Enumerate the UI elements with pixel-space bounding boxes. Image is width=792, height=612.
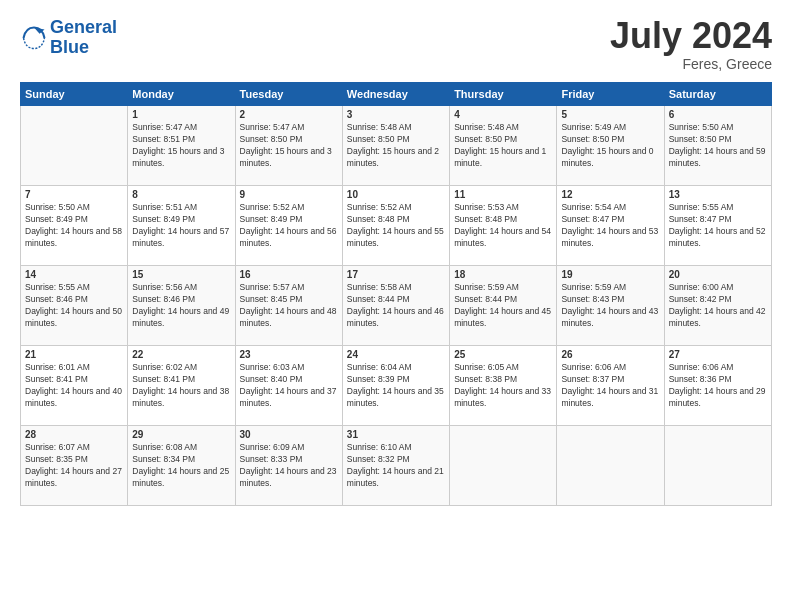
weekday-header-cell: Thursday xyxy=(450,83,557,106)
calendar-day-cell: 19 Sunrise: 5:59 AM Sunset: 8:43 PM Dayl… xyxy=(557,266,664,346)
day-number: 11 xyxy=(454,189,552,200)
calendar-day-cell xyxy=(557,426,664,506)
calendar-day-cell: 24 Sunrise: 6:04 AM Sunset: 8:39 PM Dayl… xyxy=(342,346,449,426)
calendar-day-cell: 5 Sunrise: 5:49 AM Sunset: 8:50 PM Dayli… xyxy=(557,106,664,186)
title-block: July 2024 Feres, Greece xyxy=(610,18,772,72)
day-number: 25 xyxy=(454,349,552,360)
weekday-header-cell: Tuesday xyxy=(235,83,342,106)
day-info: Sunrise: 6:09 AM Sunset: 8:33 PM Dayligh… xyxy=(240,442,338,490)
day-info: Sunrise: 5:51 AM Sunset: 8:49 PM Dayligh… xyxy=(132,202,230,250)
day-number: 31 xyxy=(347,429,445,440)
day-info: Sunrise: 5:50 AM Sunset: 8:49 PM Dayligh… xyxy=(25,202,123,250)
day-info: Sunrise: 5:50 AM Sunset: 8:50 PM Dayligh… xyxy=(669,122,767,170)
calendar-day-cell: 22 Sunrise: 6:02 AM Sunset: 8:41 PM Dayl… xyxy=(128,346,235,426)
day-number: 3 xyxy=(347,109,445,120)
calendar-day-cell: 27 Sunrise: 6:06 AM Sunset: 8:36 PM Dayl… xyxy=(664,346,771,426)
logo-icon xyxy=(20,24,48,52)
calendar-day-cell xyxy=(450,426,557,506)
day-info: Sunrise: 5:55 AM Sunset: 8:46 PM Dayligh… xyxy=(25,282,123,330)
day-number: 22 xyxy=(132,349,230,360)
calendar-week-row: 14 Sunrise: 5:55 AM Sunset: 8:46 PM Dayl… xyxy=(21,266,772,346)
day-info: Sunrise: 6:03 AM Sunset: 8:40 PM Dayligh… xyxy=(240,362,338,410)
day-info: Sunrise: 5:59 AM Sunset: 8:43 PM Dayligh… xyxy=(561,282,659,330)
day-info: Sunrise: 5:55 AM Sunset: 8:47 PM Dayligh… xyxy=(669,202,767,250)
day-number: 6 xyxy=(669,109,767,120)
day-number: 18 xyxy=(454,269,552,280)
calendar-day-cell: 14 Sunrise: 5:55 AM Sunset: 8:46 PM Dayl… xyxy=(21,266,128,346)
day-info: Sunrise: 6:08 AM Sunset: 8:34 PM Dayligh… xyxy=(132,442,230,490)
calendar-week-row: 7 Sunrise: 5:50 AM Sunset: 8:49 PM Dayli… xyxy=(21,186,772,266)
calendar-day-cell: 1 Sunrise: 5:47 AM Sunset: 8:51 PM Dayli… xyxy=(128,106,235,186)
calendar-day-cell: 8 Sunrise: 5:51 AM Sunset: 8:49 PM Dayli… xyxy=(128,186,235,266)
day-info: Sunrise: 5:53 AM Sunset: 8:48 PM Dayligh… xyxy=(454,202,552,250)
calendar-day-cell: 25 Sunrise: 6:05 AM Sunset: 8:38 PM Dayl… xyxy=(450,346,557,426)
day-number: 20 xyxy=(669,269,767,280)
calendar-day-cell: 30 Sunrise: 6:09 AM Sunset: 8:33 PM Dayl… xyxy=(235,426,342,506)
day-number: 30 xyxy=(240,429,338,440)
calendar-week-row: 28 Sunrise: 6:07 AM Sunset: 8:35 PM Dayl… xyxy=(21,426,772,506)
day-number: 29 xyxy=(132,429,230,440)
calendar-day-cell: 29 Sunrise: 6:08 AM Sunset: 8:34 PM Dayl… xyxy=(128,426,235,506)
calendar-day-cell: 18 Sunrise: 5:59 AM Sunset: 8:44 PM Dayl… xyxy=(450,266,557,346)
calendar-day-cell: 11 Sunrise: 5:53 AM Sunset: 8:48 PM Dayl… xyxy=(450,186,557,266)
day-info: Sunrise: 6:07 AM Sunset: 8:35 PM Dayligh… xyxy=(25,442,123,490)
calendar-day-cell: 9 Sunrise: 5:52 AM Sunset: 8:49 PM Dayli… xyxy=(235,186,342,266)
weekday-header-cell: Friday xyxy=(557,83,664,106)
calendar-day-cell: 13 Sunrise: 5:55 AM Sunset: 8:47 PM Dayl… xyxy=(664,186,771,266)
day-info: Sunrise: 5:57 AM Sunset: 8:45 PM Dayligh… xyxy=(240,282,338,330)
day-number: 4 xyxy=(454,109,552,120)
calendar-day-cell xyxy=(21,106,128,186)
day-info: Sunrise: 6:10 AM Sunset: 8:32 PM Dayligh… xyxy=(347,442,445,490)
day-info: Sunrise: 6:06 AM Sunset: 8:37 PM Dayligh… xyxy=(561,362,659,410)
day-info: Sunrise: 5:48 AM Sunset: 8:50 PM Dayligh… xyxy=(347,122,445,170)
calendar-table: SundayMondayTuesdayWednesdayThursdayFrid… xyxy=(20,82,772,506)
day-number: 12 xyxy=(561,189,659,200)
day-number: 17 xyxy=(347,269,445,280)
day-info: Sunrise: 5:48 AM Sunset: 8:50 PM Dayligh… xyxy=(454,122,552,170)
calendar-day-cell: 16 Sunrise: 5:57 AM Sunset: 8:45 PM Dayl… xyxy=(235,266,342,346)
calendar-day-cell: 21 Sunrise: 6:01 AM Sunset: 8:41 PM Dayl… xyxy=(21,346,128,426)
calendar-day-cell: 6 Sunrise: 5:50 AM Sunset: 8:50 PM Dayli… xyxy=(664,106,771,186)
calendar-day-cell: 2 Sunrise: 5:47 AM Sunset: 8:50 PM Dayli… xyxy=(235,106,342,186)
day-info: Sunrise: 6:00 AM Sunset: 8:42 PM Dayligh… xyxy=(669,282,767,330)
calendar-day-cell: 31 Sunrise: 6:10 AM Sunset: 8:32 PM Dayl… xyxy=(342,426,449,506)
calendar-day-cell: 10 Sunrise: 5:52 AM Sunset: 8:48 PM Dayl… xyxy=(342,186,449,266)
day-info: Sunrise: 5:49 AM Sunset: 8:50 PM Dayligh… xyxy=(561,122,659,170)
calendar-day-cell: 20 Sunrise: 6:00 AM Sunset: 8:42 PM Dayl… xyxy=(664,266,771,346)
day-number: 5 xyxy=(561,109,659,120)
day-info: Sunrise: 5:52 AM Sunset: 8:49 PM Dayligh… xyxy=(240,202,338,250)
day-number: 13 xyxy=(669,189,767,200)
weekday-header-row: SundayMondayTuesdayWednesdayThursdayFrid… xyxy=(21,83,772,106)
weekday-header-cell: Wednesday xyxy=(342,83,449,106)
day-number: 21 xyxy=(25,349,123,360)
day-number: 14 xyxy=(25,269,123,280)
day-number: 26 xyxy=(561,349,659,360)
day-info: Sunrise: 5:58 AM Sunset: 8:44 PM Dayligh… xyxy=(347,282,445,330)
calendar-day-cell xyxy=(664,426,771,506)
location: Feres, Greece xyxy=(610,56,772,72)
calendar-day-cell: 26 Sunrise: 6:06 AM Sunset: 8:37 PM Dayl… xyxy=(557,346,664,426)
calendar-day-cell: 12 Sunrise: 5:54 AM Sunset: 8:47 PM Dayl… xyxy=(557,186,664,266)
day-number: 2 xyxy=(240,109,338,120)
day-info: Sunrise: 5:59 AM Sunset: 8:44 PM Dayligh… xyxy=(454,282,552,330)
calendar-day-cell: 28 Sunrise: 6:07 AM Sunset: 8:35 PM Dayl… xyxy=(21,426,128,506)
logo-text: General Blue xyxy=(50,18,117,58)
day-number: 8 xyxy=(132,189,230,200)
calendar-body: 1 Sunrise: 5:47 AM Sunset: 8:51 PM Dayli… xyxy=(21,106,772,506)
calendar-week-row: 1 Sunrise: 5:47 AM Sunset: 8:51 PM Dayli… xyxy=(21,106,772,186)
calendar-day-cell: 17 Sunrise: 5:58 AM Sunset: 8:44 PM Dayl… xyxy=(342,266,449,346)
day-info: Sunrise: 5:54 AM Sunset: 8:47 PM Dayligh… xyxy=(561,202,659,250)
day-info: Sunrise: 6:02 AM Sunset: 8:41 PM Dayligh… xyxy=(132,362,230,410)
weekday-header-cell: Monday xyxy=(128,83,235,106)
weekday-header-cell: Sunday xyxy=(21,83,128,106)
day-number: 7 xyxy=(25,189,123,200)
day-info: Sunrise: 5:56 AM Sunset: 8:46 PM Dayligh… xyxy=(132,282,230,330)
calendar-day-cell: 15 Sunrise: 5:56 AM Sunset: 8:46 PM Dayl… xyxy=(128,266,235,346)
calendar-day-cell: 4 Sunrise: 5:48 AM Sunset: 8:50 PM Dayli… xyxy=(450,106,557,186)
month-year: July 2024 xyxy=(610,18,772,54)
day-number: 10 xyxy=(347,189,445,200)
day-number: 15 xyxy=(132,269,230,280)
day-number: 23 xyxy=(240,349,338,360)
day-number: 1 xyxy=(132,109,230,120)
day-info: Sunrise: 5:47 AM Sunset: 8:50 PM Dayligh… xyxy=(240,122,338,170)
